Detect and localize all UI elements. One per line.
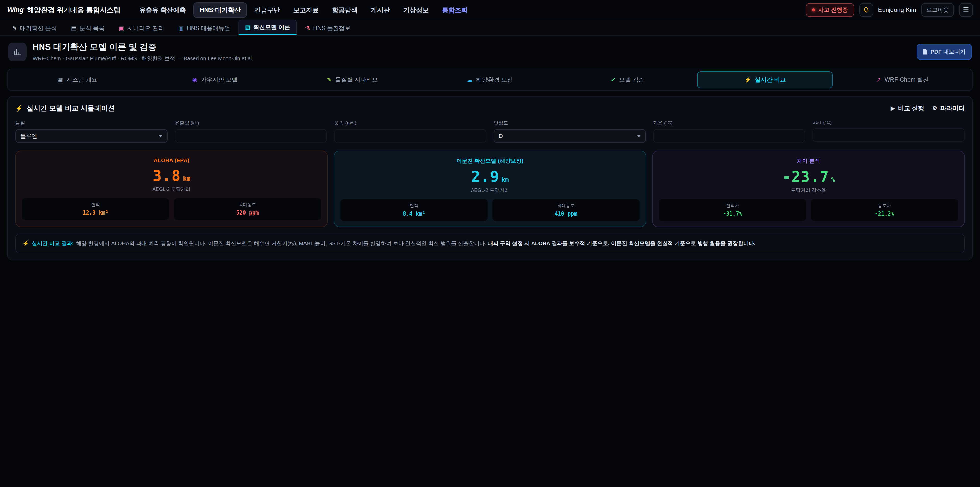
user-name: Eunjeong Kim <box>878 6 916 14</box>
check-icon: ✔ <box>611 77 615 83</box>
card-title: 이문진 확산모델 (해양보정) <box>340 157 640 164</box>
tab-hns-substance-info[interactable]: ⚗ HNS 물질정보 <box>299 21 357 35</box>
tab-label: 시나리오 관리 <box>127 24 164 32</box>
control-label: 유출량 (kL) <box>175 120 327 126</box>
control-air-temp: 기온 (°C) <box>653 120 805 143</box>
main-nav: 유출유 확산예측 HNS·대기확산 긴급구난 보고자료 항공탐색 게시판 기상정… <box>134 2 473 18</box>
card-value: -23.7 <box>782 168 829 185</box>
card-metrics: 면적 12.3 km² 최대농도 520 ppm <box>22 198 321 220</box>
play-icon: ▶ <box>891 105 895 111</box>
nav-item-integrated-search[interactable]: 통합조회 <box>436 3 473 18</box>
nav-item-board[interactable]: 게시판 <box>365 3 396 18</box>
card-title: ALOHA (EPA) <box>22 157 321 163</box>
card-caption: AEGL-2 도달거리 <box>340 187 640 193</box>
metric-value: 520 ppm <box>176 210 319 216</box>
metric-area: 면적 8.4 km² <box>340 199 488 221</box>
metric-label: 면적차 <box>661 203 804 209</box>
incident-label: 사고 진행중 <box>818 6 848 14</box>
tab-hns-response-manual[interactable]: ▥ HNS 대응매뉴얼 <box>172 21 236 35</box>
book-icon: ▥ <box>178 26 184 31</box>
wind-speed-input[interactable] <box>334 129 487 143</box>
control-label: 안정도 <box>493 120 646 126</box>
metric-value: 12.3 km² <box>24 210 167 216</box>
pencil-icon: ✎ <box>12 26 17 31</box>
card-unit: km <box>183 175 190 182</box>
section-tab-label: WRF-Chem 발전 <box>885 76 929 84</box>
section-tab-label: 모델 검증 <box>619 76 644 84</box>
stability-select[interactable]: D <box>493 129 646 143</box>
app-title: 해양환경 위기대응 통합시스템 <box>27 5 121 14</box>
lightning-icon: ⚡ <box>744 77 751 83</box>
notifications-button[interactable] <box>859 3 873 17</box>
metric-label: 면적 <box>24 202 167 208</box>
section-tab-label: 시스템 개요 <box>66 76 97 84</box>
tab-analysis-list[interactable]: ▤ 분석 목록 <box>65 21 111 35</box>
tab-atmospheric-analysis[interactable]: ✎ 대기확산 분석 <box>6 21 63 35</box>
logout-button[interactable]: 로그아웃 <box>921 3 954 17</box>
chevron-down-icon <box>159 135 162 137</box>
nav-item-hns-atmospheric[interactable]: HNS·대기확산 <box>193 2 247 18</box>
metric-label: 농도차 <box>813 203 956 209</box>
run-comparison-button[interactable]: ▶ 비교 실행 <box>891 104 924 112</box>
spill-amount-input[interactable] <box>175 129 327 143</box>
comparison-result-note: ⚡실시간 비교 결과:해양 환경에서 ALOHA의 과대 예측 경향이 확인됩니… <box>15 234 965 253</box>
nav-item-weather[interactable]: 기상정보 <box>398 3 434 18</box>
card-value: 3.8 <box>153 167 181 184</box>
nav-item-reports[interactable]: 보고자료 <box>288 3 325 18</box>
panel-header: ⚡ 실시간 모델 비교 시뮬레이션 ▶ 비교 실행 ⚙ 파라미터 <box>15 104 965 113</box>
alert-dot-icon <box>812 8 815 11</box>
folder-icon: ▣ <box>119 26 124 31</box>
note-highlight: 실시간 비교 결과: <box>32 240 74 246</box>
metric-value: -31.7% <box>661 211 804 217</box>
parameters-button[interactable]: ⚙ 파라미터 <box>932 104 965 112</box>
air-temp-input[interactable] <box>653 129 805 143</box>
pdf-export-button[interactable]: PDF 내보내기 <box>917 44 972 60</box>
tab-label: HNS 대응매뉴얼 <box>187 24 230 32</box>
tab-scenario-management[interactable]: ▣ 시나리오 관리 <box>113 21 170 35</box>
module-tabbar: ✎ 대기확산 분석 ▤ 분석 목록 ▣ 시나리오 관리 ▥ HNS 대응매뉴얼 … <box>0 21 980 36</box>
pdf-export-label: PDF 내보내기 <box>931 48 966 56</box>
note-emphasis: 대피 구역 설정 시 ALOHA 결과를 보수적 기준으로, 이문진 확산모델을… <box>488 240 756 246</box>
lightning-icon: ⚡ <box>22 240 29 246</box>
card-metrics: 면적 8.4 km² 최대농도 410 ppm <box>340 199 640 221</box>
metric-label: 면적 <box>342 203 486 209</box>
card-metrics: 면적차 -31.7% 농도차 -21.2% <box>659 199 958 221</box>
incident-status-badge[interactable]: 사고 진행중 <box>806 3 854 17</box>
page-subtitle: WRF-Chem · Gaussian Plume/Puff · ROMS · … <box>33 55 253 62</box>
tab-diffusion-model-theory[interactable]: ▧ 확산모델 이론 <box>239 20 297 35</box>
section-tab-substance-scenarios[interactable]: ✎ 물질별 시나리오 <box>285 71 420 88</box>
control-wind-speed: 풍속 (m/s) <box>334 120 487 143</box>
section-tab-system-overview[interactable]: ▦ 시스템 개요 <box>10 71 145 88</box>
nav-item-oil-spill-forecast[interactable]: 유출유 확산예측 <box>134 3 191 18</box>
panel-title-text: 실시간 모델 비교 시뮬레이션 <box>27 104 115 113</box>
section-tabs: ▦ 시스템 개요 ◉ 가우시안 모델 ✎ 물질별 시나리오 ☁ 해양환경 보정 … <box>7 69 973 91</box>
control-spill-amount: 유출량 (kL) <box>175 120 327 143</box>
top-navbar: Wing 해양환경 위기대응 통합시스템 유출유 확산예측 HNS·대기확산 긴… <box>0 0 980 21</box>
stability-select-value: D <box>499 133 503 139</box>
cloud-icon: ☁ <box>467 77 473 83</box>
card-title: 차이 분석 <box>659 157 958 164</box>
section-tab-wrf-chem-advance[interactable]: ↗ WRF-Chem 발전 <box>835 71 970 88</box>
metric-value: 8.4 km² <box>342 211 486 217</box>
metric-max-concentration: 최대농도 520 ppm <box>174 198 321 220</box>
simulation-controls: 물질 톨루엔 유출량 (kL) 풍속 (m/s) 안정도 <box>15 120 965 143</box>
nav-item-emergency-rescue[interactable]: 긴급구난 <box>249 3 286 18</box>
card-difference-analysis: 차이 분석 -23.7% 도달거리 감소율 면적차 -31.7% 농도차 -21… <box>652 151 965 227</box>
test-tube-icon: ⚗ <box>305 26 310 31</box>
metric-value: -21.2% <box>813 211 956 217</box>
section-tab-marine-correction[interactable]: ☁ 해양환경 보정 <box>422 71 558 88</box>
result-cards: ALOHA (EPA) 3.8km AEGL-2 도달거리 면적 12.3 km… <box>15 151 965 227</box>
nav-item-aerial-search[interactable]: 항공탐색 <box>326 3 363 18</box>
tab-label: 대기확산 분석 <box>20 24 57 32</box>
section-tab-gaussian-model[interactable]: ◉ 가우시안 모델 <box>147 71 283 88</box>
brand[interactable]: Wing 해양환경 위기대응 통합시스템 <box>7 5 121 14</box>
section-tab-realtime-comparison[interactable]: ⚡ 실시간 비교 <box>697 71 833 88</box>
sst-input[interactable] <box>812 128 965 142</box>
note-body: 해양 환경에서 ALOHA의 과대 예측 경향이 확인됩니다. 이문진 확산모델… <box>76 240 487 246</box>
substance-select[interactable]: 톨루엔 <box>15 129 168 143</box>
control-label: SST (°C) <box>812 120 965 125</box>
page-header-text: HNS 대기확산 모델 이론 및 검증 WRF-Chem · Gaussian … <box>33 42 253 62</box>
pencil-icon: ✎ <box>327 77 331 83</box>
hamburger-menu-button[interactable]: ☰ <box>959 3 973 17</box>
section-tab-model-validation[interactable]: ✔ 모델 검증 <box>560 71 695 88</box>
